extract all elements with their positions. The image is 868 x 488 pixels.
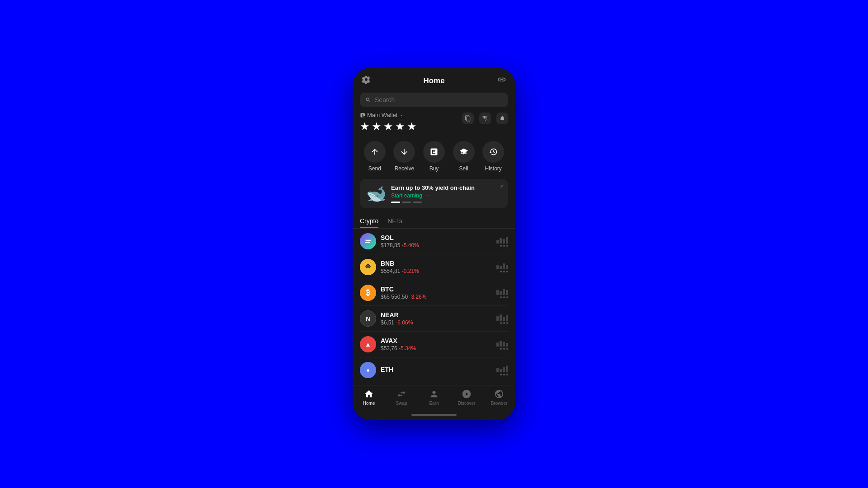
history-icon-circle [482, 141, 504, 163]
swap-nav-icon [396, 389, 406, 399]
discover-nav-label: Discover [458, 401, 476, 406]
send-label: Send [368, 165, 381, 172]
wallet-icon [360, 113, 365, 118]
phone-container: Home Main Wallet ★★★★★ [353, 68, 515, 420]
sell-label: Sell [459, 165, 468, 172]
buy-label: Buy [429, 165, 439, 172]
sol-price: $178,85 -5.40% [381, 242, 496, 249]
btc-symbol: BTC [381, 286, 496, 293]
history-button[interactable]: History [482, 141, 504, 172]
btc-info: BTC $65 550,50 -3.26% [381, 286, 496, 300]
promo-title: Earn up to 30% yield on-chain [391, 184, 502, 191]
promo-text: Earn up to 30% yield on-chain Start earn… [391, 184, 502, 203]
sol-chart [496, 236, 508, 247]
settings-icon[interactable] [362, 75, 371, 86]
send-icon-circle [364, 141, 386, 163]
near-symbol: NEAR [381, 311, 496, 319]
promo-cta-link[interactable]: Start earning → [391, 192, 502, 199]
buy-icon-circle [423, 141, 445, 163]
nav-discover[interactable]: Discover [450, 389, 483, 406]
near-price: $6,51 -6.06% [381, 319, 496, 326]
swap-nav-label: Swap [396, 401, 407, 406]
home-nav-icon [364, 389, 374, 399]
list-item[interactable]: ♦ ETH [360, 357, 508, 383]
avax-symbol: AVAX [381, 337, 496, 344]
nav-home[interactable]: Home [353, 389, 385, 406]
chevron-down-icon [399, 113, 404, 117]
sell-button[interactable]: Sell [453, 141, 475, 172]
receive-icon-circle [393, 141, 415, 163]
search-bar[interactable] [360, 93, 508, 107]
avax-price: $53,76 -5.34% [381, 345, 496, 352]
promo-banner: 🐋 Earn up to 30% yield on-chain Start ea… [360, 179, 508, 208]
page-title: Home [423, 76, 444, 85]
near-chart [496, 314, 508, 324]
sell-icon-circle [453, 141, 475, 163]
wallet-section: Main Wallet ★★★★★ [353, 112, 515, 136]
home-bar [411, 414, 457, 416]
eth-symbol: ETH [381, 366, 496, 373]
bnb-info: BNB $554,81 -0.21% [381, 260, 496, 274]
search-input[interactable] [375, 96, 503, 103]
discover-nav-icon [462, 389, 472, 399]
promo-image: 🐋 [366, 186, 387, 202]
home-nav-label: Home [363, 401, 375, 406]
wallet-name-row: Main Wallet [360, 112, 419, 118]
scan-qr-button[interactable] [479, 113, 491, 124]
eth-icon: ♦ [360, 362, 376, 378]
promo-close-button[interactable]: × [500, 183, 504, 190]
link-icon[interactable] [497, 75, 506, 86]
search-icon [365, 97, 371, 103]
receive-button[interactable]: Receive [393, 141, 415, 172]
notifications-button[interactable] [496, 113, 508, 124]
near-info: NEAR $6,51 -6.06% [381, 311, 496, 326]
eth-info: ETH [381, 366, 496, 374]
asset-tabs: Crypto NFTs [353, 211, 515, 229]
receive-label: Receive [395, 165, 414, 172]
wallet-left: Main Wallet ★★★★★ [360, 112, 419, 133]
earn-nav-icon [429, 389, 439, 399]
list-item[interactable]: ▲ AVAX $53,76 -5.34% [360, 332, 508, 357]
home-indicator [353, 408, 515, 420]
sol-info: SOL $178,85 -5.40% [381, 234, 496, 249]
bnb-chart [496, 262, 508, 272]
near-icon: N [360, 310, 376, 327]
list-item[interactable]: ₿ BTC $65 550,50 -3.26% [360, 280, 508, 306]
wallet-action-icons [462, 113, 508, 124]
bnb-icon [360, 259, 376, 275]
promo-dots [391, 202, 502, 203]
nav-browser[interactable]: Browser [483, 389, 515, 406]
tab-crypto[interactable]: Crypto [360, 215, 378, 228]
nav-earn[interactable]: Earn [418, 389, 450, 406]
bnb-price: $554,81 -0.21% [381, 268, 496, 274]
browser-nav-label: Browser [491, 401, 508, 406]
wallet-name-text: Main Wallet [367, 112, 397, 118]
nav-swap[interactable]: Swap [385, 389, 418, 406]
browser-nav-icon [494, 389, 504, 399]
wallet-balance: ★★★★★ [360, 120, 419, 133]
sol-symbol: SOL [381, 234, 496, 241]
avax-chart [496, 339, 508, 350]
promo-dot-3 [413, 202, 422, 203]
list-item[interactable]: SOL $178,85 -5.40% [360, 229, 508, 254]
copy-address-button[interactable] [462, 113, 474, 124]
bottom-nav: Home Swap Earn Discover Browser [353, 385, 515, 408]
crypto-list: SOL $178,85 -5.40% [353, 229, 515, 385]
history-label: History [485, 165, 502, 172]
btc-price: $65 550,50 -3.26% [381, 294, 496, 300]
promo-dot-1 [391, 202, 400, 203]
send-button[interactable]: Send [364, 141, 386, 172]
sol-icon [360, 233, 376, 249]
buy-button[interactable]: Buy [423, 141, 445, 172]
avax-icon: ▲ [360, 336, 376, 352]
header: Home [353, 68, 515, 90]
avax-info: AVAX $53,76 -5.34% [381, 337, 496, 352]
eth-chart [496, 365, 508, 375]
list-item[interactable]: N NEAR $6,51 -6.06% [360, 306, 508, 332]
action-buttons: Send Receive Buy Sell [353, 136, 515, 176]
btc-icon: ₿ [360, 285, 376, 301]
list-item[interactable]: BNB $554,81 -0.21% [360, 254, 508, 280]
earn-nav-label: Earn [429, 401, 439, 406]
bnb-symbol: BNB [381, 260, 496, 267]
tab-nfts[interactable]: NFTs [387, 215, 402, 228]
